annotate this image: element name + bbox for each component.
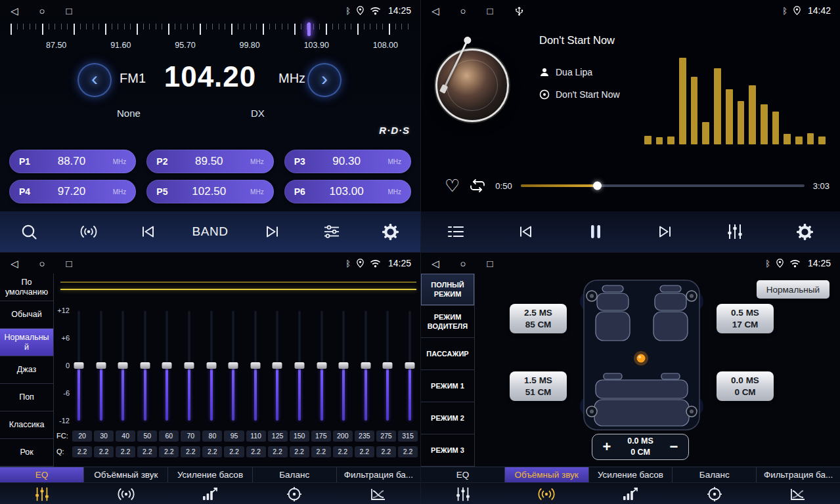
preset-button[interactable]: P1 88.70 MHz xyxy=(9,150,136,173)
slider-handle[interactable] xyxy=(140,362,150,369)
eq-preset-item[interactable]: По умолчанию xyxy=(0,274,54,301)
tab-icon-surround[interactable] xyxy=(84,483,168,504)
back-icon[interactable]: ◁ xyxy=(431,6,439,16)
audio-tab[interactable]: Фильтрация ба... xyxy=(337,467,420,482)
slider-handle[interactable] xyxy=(184,362,194,369)
eq-band-slider[interactable] xyxy=(206,310,217,421)
tab-icon-crossover[interactable] xyxy=(756,483,840,504)
slider-handle[interactable] xyxy=(118,362,128,369)
eq-band-slider[interactable] xyxy=(228,310,238,421)
tab-icon-crossover[interactable] xyxy=(336,483,420,504)
slider-handle[interactable] xyxy=(250,362,260,369)
listening-mode-item[interactable]: РЕЖИМ 1 xyxy=(421,370,475,402)
eq-preset-item[interactable]: Поп xyxy=(0,384,54,411)
delay-front-left-button[interactable]: 2.5 MS 85 СМ xyxy=(510,304,567,333)
slider-handle[interactable] xyxy=(206,362,216,369)
frequency-pointer[interactable] xyxy=(307,22,311,36)
audio-tab[interactable]: Фильтрация ба... xyxy=(757,467,840,482)
progress-bar[interactable] xyxy=(521,184,805,187)
delay-rear-right-button[interactable]: 0.0 MS 0 СМ xyxy=(717,371,774,401)
eq-band-slider[interactable] xyxy=(140,310,150,421)
delay-minus-button[interactable]: − xyxy=(667,440,681,454)
slider-handle[interactable] xyxy=(405,362,414,369)
tab-icon-eq[interactable] xyxy=(421,483,505,504)
preset-button[interactable]: P2 89.50 MHz xyxy=(146,150,273,173)
recents-icon[interactable]: □ xyxy=(66,259,72,268)
next-track-button[interactable] xyxy=(651,224,680,239)
tab-icon-balance[interactable] xyxy=(673,483,757,504)
slider-handle[interactable] xyxy=(339,362,349,369)
delay-rear-left-button[interactable]: 1.5 MS 51 СМ xyxy=(510,371,567,401)
audio-tab[interactable]: Усиление басов xyxy=(589,467,673,482)
listening-mode-item[interactable]: ПОЛНЫЙ РЕЖИМ xyxy=(421,274,475,306)
eq-band-slider[interactable] xyxy=(361,310,371,421)
back-icon[interactable]: ◁ xyxy=(431,259,439,268)
eq-band-slider[interactable] xyxy=(162,310,172,421)
home-icon[interactable]: ○ xyxy=(39,6,45,16)
eq-preset-item[interactable]: Нормальный xyxy=(0,329,54,356)
band-button[interactable]: BAND xyxy=(192,224,229,239)
delay-front-right-button[interactable]: 0.5 MS 17 СМ xyxy=(717,304,774,333)
recents-icon[interactable]: □ xyxy=(487,6,493,16)
slider-handle[interactable] xyxy=(383,362,393,369)
home-icon[interactable]: ○ xyxy=(460,6,466,16)
preset-button[interactable]: P6 103.00 MHz xyxy=(284,180,411,203)
scan-button[interactable] xyxy=(15,223,44,241)
audio-tab[interactable]: Усиление басов xyxy=(168,467,252,482)
broadcast-button[interactable] xyxy=(74,223,103,240)
audio-settings-button[interactable] xyxy=(317,224,346,240)
listening-mode-item[interactable]: РЕЖИМ 3 xyxy=(421,434,475,467)
listening-mode-item[interactable]: РЕЖИМ 2 xyxy=(421,402,475,434)
eq-band-slider[interactable] xyxy=(405,310,415,421)
eq-band-slider[interactable] xyxy=(118,310,128,421)
slider-handle[interactable] xyxy=(317,362,326,369)
eq-band-slider[interactable] xyxy=(382,310,393,421)
audio-tab[interactable]: EQ xyxy=(0,467,84,482)
eq-preset-item[interactable]: Классика xyxy=(0,411,54,439)
eq-preset-item[interactable]: Рок xyxy=(0,439,54,467)
back-icon[interactable]: ◁ xyxy=(11,259,18,268)
next-station-button[interactable] xyxy=(258,224,287,239)
settings-button[interactable] xyxy=(376,223,405,241)
eq-band-slider[interactable] xyxy=(338,310,349,421)
listening-mode-item[interactable]: ПАССАЖИР xyxy=(421,338,475,370)
favorite-icon[interactable]: ♡ xyxy=(445,177,460,194)
eq-band-slider[interactable] xyxy=(184,310,194,421)
recents-icon[interactable]: □ xyxy=(487,259,493,268)
eq-band-slider[interactable] xyxy=(96,310,106,421)
slider-handle[interactable] xyxy=(229,362,238,369)
slider-handle[interactable] xyxy=(294,362,304,369)
pause-button[interactable] xyxy=(581,223,610,240)
repeat-icon[interactable] xyxy=(468,178,487,194)
eq-preset-item[interactable]: Обычай xyxy=(0,301,54,329)
eq-band-slider[interactable] xyxy=(74,310,84,421)
audio-tab[interactable]: Объёмный звук xyxy=(84,467,168,482)
home-icon[interactable]: ○ xyxy=(460,259,466,268)
preset-button[interactable]: P3 90.30 MHz xyxy=(284,150,411,173)
preset-button[interactable]: P5 102.50 MHz xyxy=(146,180,273,203)
previous-station-button[interactable] xyxy=(133,224,162,239)
listening-mode-item[interactable]: РЕЖИМ ВОДИТЕЛЯ xyxy=(421,306,475,338)
playlist-button[interactable] xyxy=(441,224,470,239)
eq-band-slider[interactable] xyxy=(250,310,261,421)
tab-icon-bass[interactable] xyxy=(588,483,673,504)
recents-icon[interactable]: □ xyxy=(66,6,72,16)
slider-handle[interactable] xyxy=(361,362,370,369)
slider-handle[interactable] xyxy=(273,362,282,369)
tab-icon-bass[interactable] xyxy=(168,483,252,504)
tune-up-button[interactable]: › xyxy=(307,63,342,97)
mixer-button[interactable] xyxy=(720,223,749,240)
eq-preset-item[interactable]: Джаз xyxy=(0,356,54,384)
delay-plus-button[interactable]: + xyxy=(600,440,614,454)
slider-handle[interactable] xyxy=(162,362,172,369)
settings-button[interactable] xyxy=(791,223,820,241)
frequency-scale[interactable]: 87.5091.6095.7099.80103.90108.00 xyxy=(0,22,420,54)
audio-tab[interactable]: Объёмный звук xyxy=(505,467,589,482)
audio-tab[interactable]: Баланс xyxy=(673,467,757,482)
tab-icon-surround[interactable] xyxy=(505,483,589,504)
surround-preset-button[interactable]: Нормальный xyxy=(757,280,829,299)
slider-handle[interactable] xyxy=(74,362,84,369)
eq-band-slider[interactable] xyxy=(294,310,305,421)
audio-tab[interactable]: Баланс xyxy=(253,467,337,482)
slider-handle[interactable] xyxy=(96,362,106,369)
